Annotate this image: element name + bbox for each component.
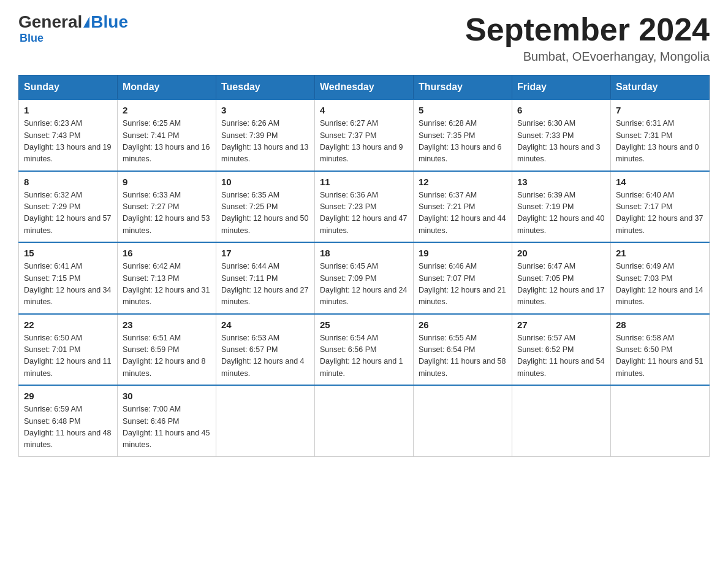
day-info: Sunrise: 6:53 AMSunset: 6:57 PMDaylight:… bbox=[221, 332, 309, 380]
day-number: 19 bbox=[419, 248, 507, 258]
calendar-cell: 6Sunrise: 6:30 AMSunset: 7:33 PMDaylight… bbox=[512, 99, 611, 171]
calendar-cell: 30Sunrise: 7:00 AMSunset: 6:46 PMDayligh… bbox=[118, 385, 216, 456]
logo-general-text: General bbox=[18, 12, 82, 32]
day-number: 13 bbox=[517, 177, 605, 187]
calendar-cell: 10Sunrise: 6:35 AMSunset: 7:25 PMDayligh… bbox=[216, 171, 315, 243]
page-header: General Blue Blue September 2024 Bumbat,… bbox=[18, 12, 710, 64]
day-info: Sunrise: 6:36 AMSunset: 7:23 PMDaylight:… bbox=[320, 190, 408, 237]
calendar-cell: 24Sunrise: 6:53 AMSunset: 6:57 PMDayligh… bbox=[216, 314, 315, 386]
header-saturday: Saturday bbox=[611, 75, 710, 100]
day-info: Sunrise: 6:28 AMSunset: 7:35 PMDaylight:… bbox=[419, 118, 507, 166]
calendar-cell: 21Sunrise: 6:49 AMSunset: 7:03 PMDayligh… bbox=[611, 242, 710, 314]
day-info: Sunrise: 6:58 AMSunset: 6:50 PMDaylight:… bbox=[616, 332, 704, 380]
calendar-cell: 23Sunrise: 6:51 AMSunset: 6:59 PMDayligh… bbox=[118, 314, 216, 386]
day-number: 10 bbox=[221, 177, 309, 187]
day-number: 2 bbox=[123, 105, 211, 115]
header-tuesday: Tuesday bbox=[216, 75, 315, 100]
calendar-cell bbox=[315, 385, 414, 456]
calendar-week-row: 8Sunrise: 6:32 AMSunset: 7:29 PMDaylight… bbox=[19, 171, 710, 243]
month-title: September 2024 bbox=[465, 12, 710, 47]
calendar-cell: 13Sunrise: 6:39 AMSunset: 7:19 PMDayligh… bbox=[512, 171, 611, 243]
calendar-cell: 5Sunrise: 6:28 AMSunset: 7:35 PMDaylight… bbox=[414, 99, 512, 171]
day-info: Sunrise: 6:46 AMSunset: 7:07 PMDaylight:… bbox=[419, 261, 507, 308]
calendar-cell: 18Sunrise: 6:45 AMSunset: 7:09 PMDayligh… bbox=[315, 242, 414, 314]
day-number: 3 bbox=[221, 105, 309, 115]
header-thursday: Thursday bbox=[414, 75, 512, 100]
day-number: 27 bbox=[517, 320, 605, 330]
calendar-cell: 16Sunrise: 6:42 AMSunset: 7:13 PMDayligh… bbox=[118, 242, 216, 314]
calendar-table: Sunday Monday Tuesday Wednesday Thursday… bbox=[18, 75, 710, 457]
day-info: Sunrise: 6:49 AMSunset: 7:03 PMDaylight:… bbox=[616, 261, 704, 308]
calendar-cell: 1Sunrise: 6:23 AMSunset: 7:43 PMDaylight… bbox=[19, 99, 118, 171]
day-info: Sunrise: 6:39 AMSunset: 7:19 PMDaylight:… bbox=[517, 190, 605, 237]
calendar-cell: 12Sunrise: 6:37 AMSunset: 7:21 PMDayligh… bbox=[414, 171, 512, 243]
day-number: 23 bbox=[123, 320, 211, 330]
calendar-cell: 27Sunrise: 6:57 AMSunset: 6:52 PMDayligh… bbox=[512, 314, 611, 386]
calendar-cell: 28Sunrise: 6:58 AMSunset: 6:50 PMDayligh… bbox=[611, 314, 710, 386]
calendar-cell: 7Sunrise: 6:31 AMSunset: 7:31 PMDaylight… bbox=[611, 99, 710, 171]
calendar-week-row: 22Sunrise: 6:50 AMSunset: 7:01 PMDayligh… bbox=[19, 314, 710, 386]
day-info: Sunrise: 6:41 AMSunset: 7:15 PMDaylight:… bbox=[24, 261, 112, 308]
day-info: Sunrise: 6:26 AMSunset: 7:39 PMDaylight:… bbox=[221, 118, 309, 166]
calendar-cell: 3Sunrise: 6:26 AMSunset: 7:39 PMDaylight… bbox=[216, 99, 315, 171]
day-number: 28 bbox=[616, 320, 704, 330]
day-number: 5 bbox=[419, 105, 507, 115]
day-number: 15 bbox=[24, 248, 112, 258]
calendar-cell bbox=[512, 385, 611, 456]
title-area: September 2024 Bumbat, OEvoerhangay, Mon… bbox=[465, 12, 710, 64]
day-number: 8 bbox=[24, 177, 112, 187]
location-subtitle: Bumbat, OEvoerhangay, Mongolia bbox=[465, 50, 710, 64]
day-number: 30 bbox=[123, 391, 211, 401]
day-info: Sunrise: 6:57 AMSunset: 6:52 PMDaylight:… bbox=[517, 332, 605, 380]
calendar-cell: 22Sunrise: 6:50 AMSunset: 7:01 PMDayligh… bbox=[19, 314, 118, 386]
logo: General Blue Blue bbox=[18, 12, 128, 45]
calendar-cell: 4Sunrise: 6:27 AMSunset: 7:37 PMDaylight… bbox=[315, 99, 414, 171]
header-friday: Friday bbox=[512, 75, 611, 100]
day-info: Sunrise: 6:23 AMSunset: 7:43 PMDaylight:… bbox=[24, 118, 112, 166]
day-info: Sunrise: 6:33 AMSunset: 7:27 PMDaylight:… bbox=[123, 190, 211, 237]
calendar-cell: 29Sunrise: 6:59 AMSunset: 6:48 PMDayligh… bbox=[19, 385, 118, 456]
day-number: 29 bbox=[24, 391, 112, 401]
logo-triangle-icon bbox=[83, 17, 89, 28]
header-wednesday: Wednesday bbox=[315, 75, 414, 100]
day-number: 26 bbox=[419, 320, 507, 330]
day-info: Sunrise: 6:30 AMSunset: 7:33 PMDaylight:… bbox=[517, 118, 605, 166]
calendar-header-row: Sunday Monday Tuesday Wednesday Thursday… bbox=[19, 75, 710, 100]
calendar-cell: 25Sunrise: 6:54 AMSunset: 6:56 PMDayligh… bbox=[315, 314, 414, 386]
day-info: Sunrise: 6:51 AMSunset: 6:59 PMDaylight:… bbox=[123, 332, 211, 380]
day-info: Sunrise: 6:35 AMSunset: 7:25 PMDaylight:… bbox=[221, 190, 309, 237]
header-sunday: Sunday bbox=[19, 75, 118, 100]
logo-blue-text: Blue bbox=[91, 12, 128, 32]
day-number: 12 bbox=[419, 177, 507, 187]
day-number: 14 bbox=[616, 177, 704, 187]
day-number: 24 bbox=[221, 320, 309, 330]
day-info: Sunrise: 6:31 AMSunset: 7:31 PMDaylight:… bbox=[616, 118, 704, 166]
calendar-week-row: 29Sunrise: 6:59 AMSunset: 6:48 PMDayligh… bbox=[19, 385, 710, 456]
calendar-cell bbox=[611, 385, 710, 456]
day-number: 21 bbox=[616, 248, 704, 258]
day-info: Sunrise: 6:42 AMSunset: 7:13 PMDaylight:… bbox=[123, 261, 211, 308]
day-number: 11 bbox=[320, 177, 408, 187]
calendar-cell: 15Sunrise: 6:41 AMSunset: 7:15 PMDayligh… bbox=[19, 242, 118, 314]
day-number: 17 bbox=[221, 248, 309, 258]
day-info: Sunrise: 6:27 AMSunset: 7:37 PMDaylight:… bbox=[320, 118, 408, 166]
calendar-cell: 20Sunrise: 6:47 AMSunset: 7:05 PMDayligh… bbox=[512, 242, 611, 314]
logo-subtitle: Blue bbox=[20, 32, 44, 45]
day-number: 22 bbox=[24, 320, 112, 330]
day-number: 4 bbox=[320, 105, 408, 115]
day-info: Sunrise: 6:40 AMSunset: 7:17 PMDaylight:… bbox=[616, 190, 704, 237]
calendar-cell: 8Sunrise: 6:32 AMSunset: 7:29 PMDaylight… bbox=[19, 171, 118, 243]
day-info: Sunrise: 6:50 AMSunset: 7:01 PMDaylight:… bbox=[24, 332, 112, 380]
day-number: 6 bbox=[517, 105, 605, 115]
day-number: 7 bbox=[616, 105, 704, 115]
day-info: Sunrise: 6:45 AMSunset: 7:09 PMDaylight:… bbox=[320, 261, 408, 308]
calendar-cell: 26Sunrise: 6:55 AMSunset: 6:54 PMDayligh… bbox=[414, 314, 512, 386]
day-info: Sunrise: 6:55 AMSunset: 6:54 PMDaylight:… bbox=[419, 332, 507, 380]
day-info: Sunrise: 6:25 AMSunset: 7:41 PMDaylight:… bbox=[123, 118, 211, 166]
day-number: 16 bbox=[123, 248, 211, 258]
header-monday: Monday bbox=[118, 75, 216, 100]
day-number: 9 bbox=[123, 177, 211, 187]
day-number: 1 bbox=[24, 105, 112, 115]
calendar-week-row: 15Sunrise: 6:41 AMSunset: 7:15 PMDayligh… bbox=[19, 242, 710, 314]
day-info: Sunrise: 6:32 AMSunset: 7:29 PMDaylight:… bbox=[24, 190, 112, 237]
